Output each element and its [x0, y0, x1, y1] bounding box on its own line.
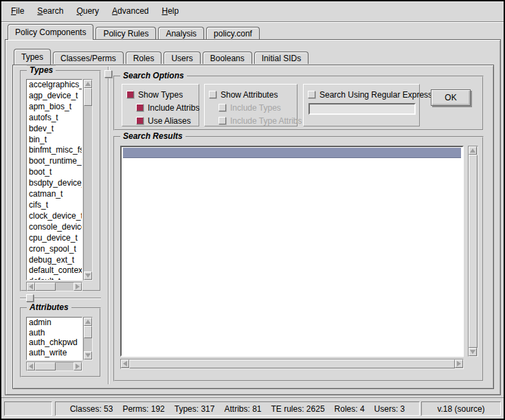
scrollbar-trough[interactable]	[56, 283, 74, 291]
list-item[interactable]: apm_bios_t	[27, 102, 82, 113]
tab-roles[interactable]: Roles	[126, 52, 162, 64]
tab-initial-sids[interactable]: Initial SIDs	[254, 52, 308, 64]
tab-policy-conf[interactable]: policy.conf	[206, 27, 260, 39]
attributes-options-group: Show Attributes Include Types Include Ty…	[204, 84, 298, 126]
scrollbar-thumb[interactable]	[35, 283, 56, 291]
list-item[interactable]: catman_t	[27, 189, 82, 200]
sash-handle[interactable]	[104, 70, 112, 78]
checkbox-show-attributes[interactable]: Show Attributes	[209, 88, 293, 101]
status-panel-empty	[4, 401, 52, 416]
list-item[interactable]: default_t	[27, 276, 82, 280]
list-item[interactable]: console_device	[27, 222, 82, 233]
scrollbar-thumb[interactable]	[84, 88, 92, 106]
list-item[interactable]: boot_runtime_t	[27, 156, 82, 167]
search-results-title: Search Results	[120, 131, 186, 141]
scroll-left-icon[interactable]	[27, 362, 35, 371]
status-stat: Roles: 4	[335, 404, 365, 414]
results-horizontal-scrollbar[interactable]	[120, 359, 464, 369]
scroll-down-icon[interactable]	[469, 348, 477, 356]
status-stat: Attribs: 81	[224, 404, 261, 414]
tab-users[interactable]: Users	[164, 52, 200, 64]
list-item[interactable]: bin_t	[27, 135, 82, 146]
types-vertical-scrollbar[interactable]	[83, 79, 93, 280]
scroll-right-icon[interactable]	[74, 283, 82, 291]
tab-analysis[interactable]: Analysis	[158, 27, 204, 39]
menu-file[interactable]: File	[10, 6, 25, 16]
search-results-text[interactable]	[120, 146, 464, 357]
list-item[interactable]: accelgraphics_e	[27, 80, 82, 91]
list-item[interactable]: bdev_t	[27, 124, 82, 135]
scroll-left-icon[interactable]	[121, 360, 129, 368]
scroll-down-icon[interactable]	[84, 272, 92, 280]
scroll-right-icon[interactable]	[74, 362, 82, 371]
list-item[interactable]: admin	[27, 318, 82, 328]
tab-policy-components[interactable]: Policy Components	[8, 24, 93, 40]
status-stat: Perms: 192	[122, 404, 164, 414]
checkbox-use-aliases[interactable]: Use Aliases	[136, 114, 194, 127]
menu-query[interactable]: Query	[75, 6, 100, 16]
scroll-up-icon[interactable]	[84, 80, 92, 88]
list-item[interactable]: auth	[27, 328, 82, 338]
scrollbar-trough[interactable]	[84, 106, 92, 272]
checkbox-regex[interactable]: Search Using Regular Expression	[308, 88, 415, 101]
status-stat: Users: 3	[374, 404, 405, 414]
scroll-left-icon[interactable]	[27, 283, 35, 291]
scrollbar-thumb[interactable]	[469, 155, 478, 348]
attributes-horizontal-scrollbar[interactable]	[26, 362, 82, 371]
checkbox-include-attribs[interactable]: Include Attribs	[136, 101, 194, 114]
list-item[interactable]: agp_device_t	[27, 91, 82, 102]
results-vertical-scrollbar[interactable]	[468, 146, 478, 357]
version-label: v.18 (source)	[437, 404, 484, 414]
scrollbar-thumb[interactable]	[35, 362, 56, 371]
scrollbar-trough[interactable]	[84, 338, 92, 351]
scroll-up-icon[interactable]	[84, 318, 92, 326]
checkbox-include-types[interactable]: Include Types	[218, 101, 293, 114]
list-item[interactable]: boot_t	[27, 167, 82, 178]
scroll-right-icon[interactable]	[455, 360, 463, 368]
attributes-vertical-scrollbar[interactable]	[83, 317, 93, 360]
list-item[interactable]: auth_write	[27, 348, 82, 358]
regex-input[interactable]	[308, 103, 416, 115]
scroll-down-icon[interactable]	[84, 351, 92, 360]
list-item[interactable]: cifs_t	[27, 200, 82, 211]
tab-classes-perms[interactable]: Classes/Perms	[53, 52, 124, 64]
checkbox-include-type-attribs[interactable]: Include Type Attribs	[218, 114, 293, 127]
checkbox-indicator-icon	[308, 91, 315, 98]
list-item[interactable]: cpu_device_t	[27, 233, 82, 244]
types-horizontal-scrollbar[interactable]	[26, 282, 82, 291]
attributes-listbox[interactable]: adminauthauth_chkpwdauth_write	[26, 317, 82, 360]
components-tab-bar: TypesClasses/PermsRolesUsersBooleansInit…	[14, 47, 311, 65]
list-item[interactable]: default_context	[27, 265, 82, 276]
status-panel-version: v.18 (source)	[421, 401, 501, 416]
list-item[interactable]: clock_device_t	[27, 211, 82, 222]
menu-advanced[interactable]: Advanced	[111, 6, 150, 16]
checkbox-indicator-icon	[126, 91, 134, 98]
list-item[interactable]: autofs_t	[27, 113, 82, 124]
list-item[interactable]: binfmt_misc_fs	[27, 145, 82, 156]
panes-sash[interactable]	[104, 67, 113, 384]
menu-help[interactable]: Help	[160, 6, 180, 16]
left-pane: Types accelgraphics_eagp_device_tapm_bio…	[13, 65, 105, 388]
checkbox-label: Include Type Attribs	[230, 116, 302, 126]
tab-booleans[interactable]: Booleans	[203, 52, 252, 64]
tab-types[interactable]: Types	[14, 49, 51, 65]
scrollbar-thumb[interactable]	[129, 360, 455, 368]
scrollbar-trough[interactable]	[56, 362, 74, 371]
list-item[interactable]: bsdpty_device_	[27, 178, 82, 189]
ok-button[interactable]: OK	[431, 89, 471, 106]
tab-policy-rules[interactable]: Policy Rules	[96, 27, 156, 39]
checkbox-indicator-icon	[218, 104, 226, 111]
scroll-up-icon[interactable]	[469, 146, 477, 155]
checkbox-label: Search Using Regular Expression	[319, 90, 443, 100]
types-attributes-sash[interactable]	[20, 294, 101, 303]
types-listbox[interactable]: accelgraphics_eagp_device_tapm_bios_taut…	[26, 79, 82, 280]
status-panel-stats: Classes: 53Perms: 192Types: 317Attribs: …	[55, 401, 420, 416]
checkbox-show-types[interactable]: Show Types	[126, 88, 194, 101]
list-item[interactable]: cron_spool_t	[27, 244, 82, 255]
scrollbar-thumb[interactable]	[84, 326, 92, 338]
list-item[interactable]: debug_ext_t	[27, 255, 82, 266]
menu-search[interactable]: Search	[36, 6, 65, 16]
sash-handle[interactable]	[26, 294, 34, 302]
selection-bar	[123, 148, 461, 158]
list-item[interactable]: auth_chkpwd	[27, 338, 82, 348]
